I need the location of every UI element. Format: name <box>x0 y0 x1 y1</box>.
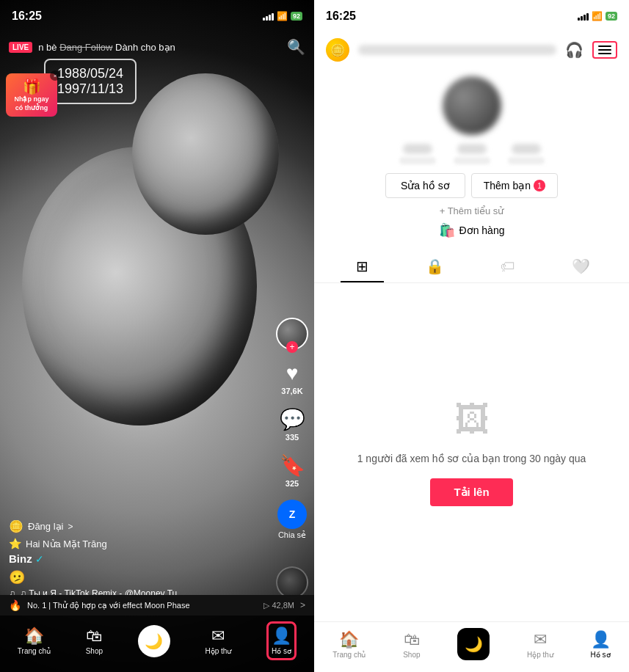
following-label <box>399 157 436 164</box>
headphone-icon[interactable]: 🎧 <box>565 41 583 59</box>
view-count: ▷ 42,8M <box>263 601 294 610</box>
menu-line-1 <box>598 45 611 47</box>
shopping-bag-icon: 🛍️ <box>439 222 455 238</box>
friend-text: n bè <box>38 42 57 53</box>
followers-value <box>457 144 487 154</box>
coin-icon: 🪙 <box>9 519 23 533</box>
for-you-text[interactable]: Dành cho bạn <box>115 42 175 53</box>
top-bar-right: 🪙 🎧 <box>314 32 629 67</box>
bottom-bar-left: 🔥 No. 1 | Thử độ hợp cạ với effect Moon … <box>0 595 314 672</box>
create-btn-left[interactable]: 🌙 <box>138 625 170 657</box>
tab-tagged[interactable]: 🏷 <box>472 250 545 282</box>
like-action[interactable]: ♥ 37,6K <box>281 362 302 395</box>
nav-home-left[interactable]: 🏠 Trang chủ <box>18 627 51 655</box>
menu-line-2 <box>598 49 611 51</box>
order-text: Đơn hàng <box>459 224 505 236</box>
nav-inbox-left[interactable]: ✉ Hộp thư <box>205 627 231 655</box>
right-panel: 16:25 📶 92 🪙 🎧 <box>314 0 629 672</box>
moon-phase-text: No. 1 | Thử độ hợp cạ với effect Moon Ph… <box>27 601 258 610</box>
profile-section: Sửa hồ sơ Thêm bạn 1 + Thêm tiểu sử 🛍️ Đ… <box>314 67 629 250</box>
username: Binz <box>9 552 32 565</box>
gift-text: Nhập ngay có thưởng <box>12 95 51 112</box>
mood-emoji: 🫤 <box>9 570 25 585</box>
comment-action[interactable]: 💬 335 <box>280 407 305 442</box>
profile-avatar <box>443 76 501 135</box>
tab-private[interactable]: 🔒 <box>399 250 471 282</box>
nav-shop-right[interactable]: 🛍 Shop <box>403 630 420 659</box>
view-profile-text: 1 người đã xem hồ sơ của bạn trong 30 ng… <box>357 451 586 467</box>
left-panel: 16:25 📶 92 LIVE n bè Đang Follow Dành ch… <box>0 0 314 672</box>
following-value <box>403 144 432 154</box>
dang-lai-row[interactable]: 🪙 Đăng lại > <box>9 519 270 533</box>
comment-icon: 💬 <box>280 407 305 431</box>
music-avatar[interactable] <box>276 566 308 599</box>
add-bio-link[interactable]: + Thêm tiểu sử <box>440 205 504 216</box>
profile-label-right: Hồ sơ <box>591 651 611 659</box>
live-badge: LIVE <box>9 42 32 53</box>
photo-placeholder-icon: 🖼 <box>454 399 490 439</box>
search-icon[interactable]: 🔍 <box>287 38 305 56</box>
close-gift-icon[interactable]: × <box>50 70 60 81</box>
top-right-icons: 🎧 <box>565 41 617 59</box>
inbox-label-left: Hộp thư <box>205 647 231 655</box>
follow-plus-icon[interactable]: + <box>286 341 298 353</box>
stat-following <box>399 144 436 164</box>
creator-avatar[interactable]: + <box>276 318 308 350</box>
emoji-row: 🫤 <box>9 569 270 585</box>
inbox-icon-right: ✉ <box>534 630 547 649</box>
bookmark-action[interactable]: 🔖 325 <box>280 453 305 488</box>
nav-profile-left[interactable]: 👤 Hồ sơ <box>266 621 297 660</box>
tab-liked[interactable]: 🤍 <box>545 250 617 282</box>
status-bar-left: 16:25 📶 92 <box>0 0 314 32</box>
home-icon-right: 🏠 <box>339 630 359 649</box>
home-label-left: Trang chủ <box>18 647 51 655</box>
follow-text[interactable]: Đang Follow <box>59 42 112 53</box>
upload-button[interactable]: Tải lên <box>430 478 512 506</box>
gift-icon: 🎁 <box>12 78 51 95</box>
moon-phase-banner[interactable]: 🔥 No. 1 | Thử độ hợp cạ với effect Moon … <box>0 595 314 616</box>
right-sidebar: + ♥ 37,6K 💬 335 🔖 325 Z Chia sẻ <box>276 318 308 540</box>
likes-value <box>512 144 541 154</box>
nav-profile-right[interactable]: 👤 Hồ sơ <box>591 630 611 659</box>
inbox-label-right: Hộp thư <box>527 651 553 659</box>
zalo-icon: Z <box>277 500 307 529</box>
status-icons-left: 📶 92 <box>263 11 302 21</box>
signal-bars-right <box>578 12 589 21</box>
bottom-info: 🪙 Đăng lại > ⭐ Hai Nửa Mặt Trăng Binz ✓ … <box>9 519 270 599</box>
stat-likes <box>508 144 545 164</box>
gift-banner[interactable]: × 🎁 Nhập ngay có thưởng <box>6 73 57 117</box>
signal-bar-4 <box>272 13 274 21</box>
create-btn-right[interactable]: 🌙 <box>457 628 490 660</box>
menu-line-3 <box>598 53 611 54</box>
nav-bar-right: 🏠 Trang chủ 🛍 Shop 🌙 ✉ Hộp thư 👤 Hồ sơ <box>314 621 629 672</box>
nav-inbox-right[interactable]: ✉ Hộp thư <box>527 630 553 659</box>
status-time-right: 16:25 <box>326 10 356 23</box>
flame-icon: 🔥 <box>9 599 21 611</box>
content-area: 🖼 1 người đã xem hồ sơ của bạn trong 30 … <box>314 283 629 621</box>
top-bar-left: LIVE n bè Đang Follow Dành cho bạn 🔍 <box>0 32 314 62</box>
menu-button[interactable] <box>592 41 617 59</box>
nav-shop-left[interactable]: 🛍 Shop <box>86 627 103 655</box>
nav-center-right[interactable]: 🌙 <box>457 628 490 660</box>
profile-buttons: Sửa hồ sơ Thêm bạn 1 <box>326 173 617 198</box>
date-line-2: 1997/11/13 <box>57 81 123 97</box>
signal-bar-r4 <box>586 13 589 21</box>
signal-bar-r2 <box>581 16 583 21</box>
bookmark-icon: 🔖 <box>280 453 305 478</box>
zalo-share-action[interactable]: Z Chia sẻ <box>277 500 307 540</box>
dang-lai-text: Đăng lại <box>28 521 63 532</box>
tab-videos[interactable]: ⊞ <box>326 250 399 282</box>
signal-bar-r1 <box>578 18 580 21</box>
order-row[interactable]: 🛍️ Đơn hàng <box>439 222 505 238</box>
status-icons-right: 📶 92 <box>578 11 617 21</box>
followers-label <box>454 157 490 164</box>
status-bar-right: 16:25 📶 92 <box>314 0 629 32</box>
signal-bar-2 <box>266 16 268 21</box>
bookmark-count: 325 <box>286 479 299 488</box>
nav-home-right[interactable]: 🏠 Trang chủ <box>332 630 366 659</box>
edit-profile-button[interactable]: Sửa hồ sơ <box>385 173 465 198</box>
nav-center-left[interactable]: 🌙 <box>138 625 170 657</box>
grid-icon: ⊞ <box>356 258 368 275</box>
add-friend-button[interactable]: Thêm bạn 1 <box>471 173 558 198</box>
lock-icon: 🔒 <box>426 258 444 275</box>
